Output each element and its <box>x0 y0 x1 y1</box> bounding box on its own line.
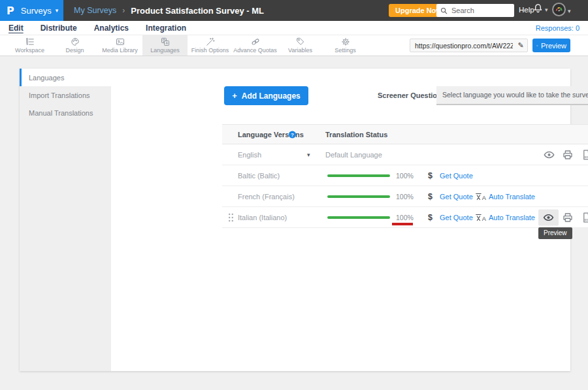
chevron-down-icon: ▾ <box>545 7 548 13</box>
product-switcher[interactable]: P Surveys ▾ <box>0 0 63 21</box>
svg-text:A: A <box>165 42 168 45</box>
screener-question-select[interactable]: Select language you would like to take t… <box>436 86 588 105</box>
advance-quotas-icon <box>251 37 260 46</box>
tab-label: Workspace <box>15 48 44 54</box>
auto-translate-link[interactable]: Auto Translate <box>489 193 535 201</box>
column-header-translation-status: Translation Status <box>325 131 387 138</box>
tab-label: Variables <box>288 48 312 54</box>
tab-advance-quotas[interactable]: Advance Quotas <box>233 35 278 56</box>
nav-tab-edit[interactable]: Edit <box>8 24 24 33</box>
search-input[interactable] <box>450 6 510 15</box>
preview-tooltip: Preview <box>538 227 572 239</box>
nav-tab-integration[interactable]: Integration <box>146 24 186 33</box>
help-link[interactable]: Help <box>519 6 534 14</box>
red-annotation-underline <box>392 223 413 225</box>
translation-percent: 100% <box>396 193 414 201</box>
survey-url-box: ✎ <box>410 39 528 52</box>
tab-design[interactable]: Design <box>52 35 97 56</box>
tab-settings[interactable]: Settings <box>323 35 368 56</box>
sidebar-item-label: Manual Translations <box>29 109 93 117</box>
sidebar-item-label: Import Translations <box>29 91 90 99</box>
add-languages-button[interactable]: + Add Languages <box>224 86 308 105</box>
tab-label: Settings <box>335 48 356 54</box>
translation-percent: 100% <box>396 214 414 221</box>
chevron-down-icon[interactable]: ▾ <box>307 152 310 158</box>
add-languages-label: Add Languages <box>242 91 301 101</box>
breadcrumb-my-surveys[interactable]: My Surveys <box>74 6 116 15</box>
nav-tab-distribute[interactable]: Distribute <box>41 24 77 33</box>
translation-progress-bar <box>327 174 390 177</box>
page-title: Product Satisfaction Survey - ML <box>131 6 264 16</box>
sidebar-item-label: Languages <box>29 74 64 82</box>
auto-translate-icon[interactable]: A <box>475 192 488 201</box>
gauge-icon <box>555 5 563 14</box>
languages-panel: Languages Import Translations Manual Tra… <box>20 69 570 371</box>
tab-workspace[interactable]: Workspace <box>7 35 52 56</box>
avatar <box>552 3 566 16</box>
tab-label: Advance Quotas <box>233 48 277 54</box>
svg-text:A: A <box>482 215 487 221</box>
edit-url-icon[interactable]: ✎ <box>514 39 527 52</box>
sidebar-item-manual-translations[interactable]: Manual Translations <box>20 104 111 122</box>
tab-label: Media Library <box>102 48 138 54</box>
export-doc-icon[interactable]: DOC <box>582 212 588 223</box>
finish-options-icon <box>206 37 215 46</box>
responses-count: Responses: 0 <box>536 24 580 32</box>
sidebar-item-import-translations[interactable]: Import Translations <box>20 86 111 104</box>
language-name: French (Français) <box>238 193 295 201</box>
dollar-icon[interactable]: $ <box>428 171 433 180</box>
table-row: English ▾ Default Language DOC PDF <box>222 144 588 165</box>
preview-button[interactable]: Preview <box>532 39 570 52</box>
product-name: Surveys <box>21 6 52 16</box>
table-row: Baltic (Baltic) 100% $ Get Quote <box>222 165 588 186</box>
plus-icon: + <box>232 91 237 101</box>
preview-language-button-hovered[interactable] <box>538 209 559 225</box>
survey-nav: Edit Distribute Analytics Integration Re… <box>0 21 588 35</box>
language-versions-table: Language Versions ? Translation Status E… <box>222 124 588 228</box>
tab-media-library[interactable]: Media Library <box>97 35 142 56</box>
auto-translate-icon[interactable]: A <box>475 213 488 222</box>
svg-text:A: A <box>482 194 487 201</box>
sidebar-item-languages[interactable]: Languages <box>20 69 111 86</box>
dollar-icon[interactable]: $ <box>428 213 433 222</box>
print-icon[interactable] <box>563 150 573 160</box>
get-quote-link[interactable]: Get Quote <box>440 214 473 221</box>
preview-language-icon[interactable] <box>544 150 555 160</box>
tab-languages[interactable]: A Languages <box>142 35 188 56</box>
questionpro-logo: P <box>7 5 14 17</box>
nav-tab-analytics[interactable]: Analytics <box>94 24 129 33</box>
tab-label: Finish Options <box>191 48 229 54</box>
edit-toolbar: Workspace Design Media Library A Languag… <box>0 35 588 56</box>
svg-text:DOC: DOC <box>585 155 588 158</box>
language-name: Italian (Italiano) <box>238 214 287 221</box>
breadcrumb: My Surveys › Product Satisfaction Survey… <box>74 6 264 16</box>
dollar-icon[interactable]: $ <box>428 192 433 201</box>
translation-progress-bar <box>327 195 390 198</box>
languages-content: + Add Languages Screener Question : Sele… <box>111 69 570 371</box>
tab-finish-options[interactable]: Finish Options <box>188 35 233 56</box>
survey-url-input[interactable] <box>410 42 514 50</box>
table-row: French (Français) 100% $ Get Quote A Aut… <box>222 186 588 207</box>
table-header-row: Language Versions ? Translation Status <box>222 124 588 144</box>
translation-progress-bar <box>327 216 390 219</box>
eye-icon <box>543 213 554 221</box>
eye-icon <box>536 42 538 49</box>
settings-icon <box>341 37 350 46</box>
auto-translate-link[interactable]: Auto Translate <box>489 214 535 221</box>
get-quote-link[interactable]: Get Quote <box>440 193 473 201</box>
print-icon[interactable] <box>563 212 573 223</box>
help-badge-icon[interactable]: ? <box>289 131 296 138</box>
survey-nav-items: Edit Distribute Analytics Integration <box>0 24 186 33</box>
drag-handle-icon[interactable] <box>228 213 234 222</box>
search-box[interactable] <box>436 4 514 17</box>
get-quote-link[interactable]: Get Quote <box>440 172 473 180</box>
languages-icon: A <box>161 37 170 46</box>
export-doc-icon[interactable]: DOC <box>582 150 588 160</box>
account-menu[interactable]: ▾ <box>552 3 571 16</box>
languages-sidebar: Languages Import Translations Manual Tra… <box>20 69 111 371</box>
tab-label: Languages <box>150 48 180 54</box>
tab-variables[interactable]: Variables <box>278 35 323 56</box>
language-name[interactable]: English <box>238 151 261 159</box>
top-bar: P Surveys ▾ My Surveys › Product Satisfa… <box>0 0 588 21</box>
notifications-button[interactable]: ▾ <box>533 3 548 13</box>
